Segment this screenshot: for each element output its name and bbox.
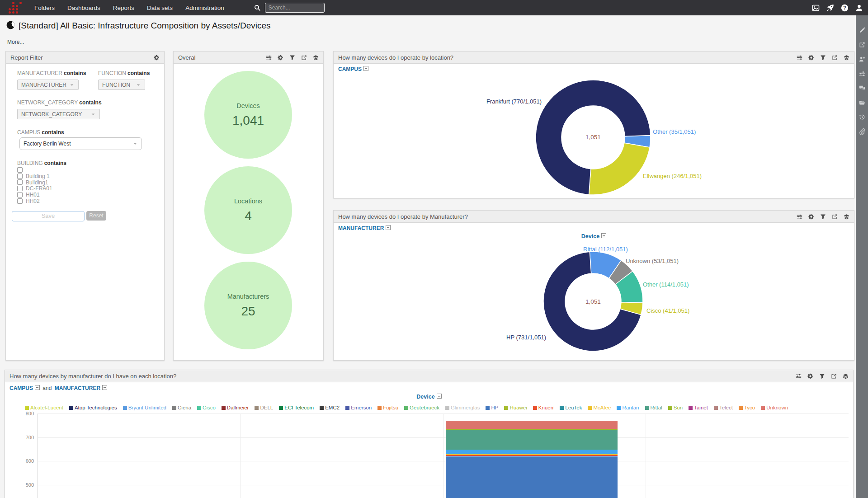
layers-icon[interactable] [844, 214, 849, 220]
export-icon[interactable] [832, 55, 838, 61]
layers-icon[interactable] [844, 55, 849, 61]
legend-item-huawei[interactable]: Huawei [504, 405, 527, 410]
layers-icon[interactable] [843, 373, 849, 379]
gear-icon[interactable] [808, 214, 814, 220]
collapse-box-icon[interactable] [386, 225, 391, 230]
legend-item-dell[interactable]: DELL [255, 405, 273, 410]
export-icon[interactable] [301, 55, 307, 61]
legend-item-fujitsu[interactable]: Fujitsu [377, 405, 398, 410]
manufacturer-dimension-link[interactable]: MANUFACTURER [338, 225, 384, 231]
rocket-icon[interactable] [826, 4, 834, 12]
help-icon[interactable]: ? [841, 4, 849, 12]
user-plus-icon[interactable] [859, 56, 865, 62]
gear-icon[interactable] [807, 373, 813, 379]
filter-icon[interactable] [820, 55, 826, 61]
legend-item-cisco[interactable]: Cisco [197, 405, 216, 410]
checkbox[interactable] [17, 192, 23, 197]
legend-item-ciena[interactable]: Ciena [172, 405, 191, 410]
legend-item-eci-telecom[interactable]: ECI Telecom [279, 405, 314, 410]
sliders-icon[interactable] [796, 373, 802, 379]
legend-item-hp[interactable]: HP [486, 405, 498, 410]
legend-item-telect[interactable]: Telect [714, 405, 733, 410]
save-button[interactable]: Save [12, 211, 85, 221]
legend-item-raritan[interactable]: Raritan [617, 405, 639, 410]
checkbox[interactable] [17, 174, 23, 179]
search-icon[interactable] [254, 5, 261, 11]
gear-icon[interactable] [154, 55, 160, 61]
sliders-icon[interactable] [859, 70, 865, 77]
sliders-icon[interactable] [797, 55, 802, 61]
app-logo[interactable] [8, 2, 23, 14]
manufacturer-select[interactable]: MANUFACTURER [17, 80, 79, 90]
campus-dimension-link[interactable]: CAMPUS [9, 385, 33, 391]
nav-item-folders[interactable]: Folders [34, 5, 55, 11]
nav-item-dashboards[interactable]: Dashboards [67, 5, 100, 11]
reset-button[interactable]: Reset [86, 211, 106, 221]
bar-segment-knuerr[interactable] [446, 455, 618, 456]
legend-item-unknown[interactable]: Unknown [761, 405, 788, 410]
kpi-devices-label: Devices [236, 102, 260, 109]
network-category-select[interactable]: NETWORK_CATEGORY [17, 109, 100, 119]
legend-item-knuerr[interactable]: Knuerr [533, 405, 554, 410]
export-icon[interactable] [832, 214, 838, 220]
device-series-link[interactable]: Device [581, 233, 599, 240]
comments-icon[interactable] [859, 85, 865, 91]
collapse-box-icon[interactable] [363, 66, 368, 71]
legend-item-atop-technologies[interactable]: Atop Technologies [69, 405, 117, 410]
bar-segment-hp[interactable] [446, 456, 618, 498]
legend-item-rittal[interactable]: Rittal [645, 405, 662, 410]
nav-item-administration[interactable]: Administration [185, 5, 224, 11]
manufacturer-dimension-link[interactable]: MANUFACTURER [55, 385, 100, 391]
collapse-box-icon[interactable] [102, 385, 107, 390]
legend-item-emerson[interactable]: Emerson [345, 405, 372, 410]
bar-segment-raritan[interactable] [446, 450, 618, 454]
nav-item-reports[interactable]: Reports [113, 5, 134, 11]
history-icon[interactable] [859, 114, 865, 120]
checkbox[interactable] [17, 186, 23, 191]
filter-icon[interactable] [289, 55, 295, 61]
legend-item-dallmeier[interactable]: Dallmeier [222, 405, 249, 410]
collapse-box-icon[interactable] [437, 394, 442, 399]
export-icon[interactable] [831, 373, 837, 379]
paperclip-icon[interactable] [859, 128, 865, 135]
image-icon[interactable] [812, 4, 820, 12]
sliders-icon[interactable] [266, 55, 272, 61]
folder-open-icon[interactable] [859, 99, 865, 106]
bar-segment-mcafee[interactable] [446, 454, 618, 455]
legend-item-mcafee[interactable]: McAfee [588, 405, 611, 410]
filter-icon[interactable] [820, 214, 826, 220]
bar-segment-sun[interactable] [446, 429, 618, 430]
legend-item-geutebrueck[interactable]: Geutebrueck [404, 405, 439, 410]
nav-item-data-sets[interactable]: Data sets [147, 5, 173, 11]
search-input[interactable] [265, 3, 325, 13]
legend-item-tyco[interactable]: Tyco [739, 405, 755, 410]
device-series-link[interactable]: Device [416, 394, 434, 400]
gear-icon[interactable] [278, 55, 283, 61]
legend-item-alcatel-lucent[interactable]: Alcatel-Lucent [25, 405, 63, 410]
bar-segment-unknown[interactable] [446, 421, 618, 429]
legend-item-glimmerglas[interactable]: Glimmerglas [445, 405, 480, 410]
user-icon[interactable] [855, 4, 863, 12]
legend-item-leutek[interactable]: LeuTek [560, 405, 582, 410]
share-icon[interactable] [859, 42, 865, 48]
checkbox[interactable] [17, 198, 23, 204]
more-link[interactable]: More... [7, 39, 24, 45]
sliders-icon[interactable] [797, 214, 802, 220]
campus-select[interactable]: Factory Berlin West [19, 137, 142, 150]
gear-icon[interactable] [808, 55, 814, 61]
pie-slice-ellwangen[interactable] [589, 143, 650, 195]
bar-segment-rittal[interactable] [446, 430, 618, 450]
filter-icon[interactable] [819, 373, 825, 379]
legend-item-sun[interactable]: Sun [668, 405, 683, 410]
pencil-icon[interactable] [859, 27, 865, 33]
legend-item-bryant-unlimited[interactable]: Bryant Unlimited [123, 405, 166, 410]
checkbox[interactable] [17, 167, 23, 173]
layers-icon[interactable] [313, 55, 319, 61]
legend-item-emc2[interactable]: EMC2 [320, 405, 340, 410]
campus-dimension-link[interactable]: CAMPUS [338, 66, 362, 72]
checkbox[interactable] [17, 179, 23, 185]
function-select[interactable]: FUNCTION [98, 80, 145, 90]
legend-item-tainet[interactable]: Tainet [689, 405, 708, 410]
collapse-box-icon[interactable] [601, 233, 606, 238]
collapse-box-icon[interactable] [35, 385, 40, 390]
